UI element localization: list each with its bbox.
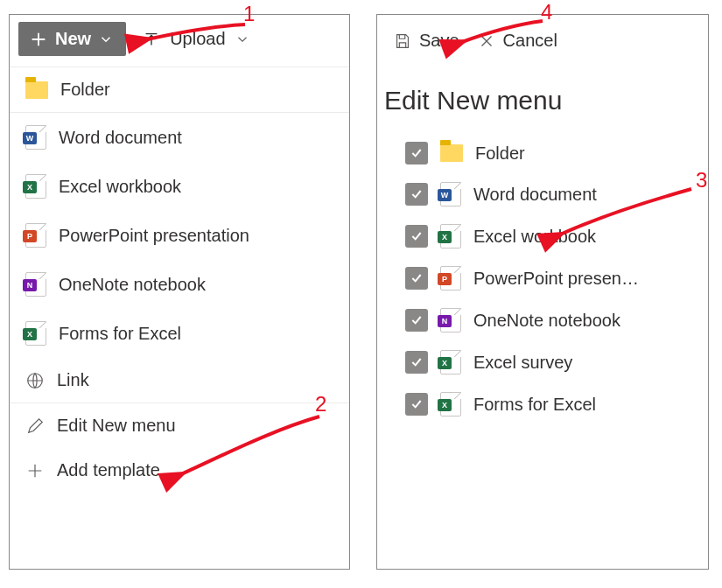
menu-item-folder[interactable]: Folder — [10, 67, 349, 112]
check-row-survey[interactable]: X Excel survey — [405, 341, 692, 383]
excel-icon: X — [440, 392, 461, 416]
pencil-icon — [25, 416, 45, 436]
check-row-forms[interactable]: X Forms for Excel — [405, 383, 692, 425]
checkbox[interactable] — [405, 393, 428, 416]
cancel-label: Cancel — [503, 31, 557, 51]
plus-icon — [25, 461, 45, 480]
menu-item-label: PowerPoint presentation — [59, 226, 249, 246]
close-icon — [477, 32, 496, 51]
upload-button[interactable]: Upload — [142, 29, 249, 49]
plus-icon — [29, 30, 48, 49]
right-toolbar: Save Cancel — [377, 15, 708, 60]
menu-item-word[interactable]: W Word document — [10, 112, 349, 162]
cancel-button[interactable]: Cancel — [477, 31, 557, 51]
excel-icon: X — [25, 321, 46, 346]
menu-item-edit-new[interactable]: Edit New menu — [10, 402, 349, 448]
check-label: Folder — [475, 144, 525, 164]
menu-item-label: Word document — [59, 128, 182, 148]
menu-item-powerpoint[interactable]: P PowerPoint presentation — [10, 211, 349, 260]
excel-icon: X — [440, 350, 461, 374]
check-row-onenote[interactable]: N OneNote notebook — [405, 299, 692, 341]
new-button[interactable]: New — [18, 22, 126, 56]
save-label: Save — [419, 31, 459, 51]
menu-item-label: Link — [57, 370, 89, 390]
check-label: Excel workbook — [473, 227, 596, 247]
folder-icon — [440, 144, 463, 162]
menu-item-forms[interactable]: X Forms for Excel — [10, 309, 349, 358]
new-button-label: New — [55, 29, 91, 49]
menu-item-excel[interactable]: X Excel workbook — [10, 162, 349, 211]
onenote-icon: N — [25, 272, 46, 297]
menu-item-label: Excel workbook — [59, 177, 181, 197]
upload-icon — [142, 30, 161, 49]
check-label: Word document — [473, 185, 597, 205]
save-button[interactable]: Save — [393, 31, 459, 51]
menu-item-link[interactable]: Link — [10, 358, 349, 402]
menu-item-onenote[interactable]: N OneNote notebook — [10, 260, 349, 309]
new-menu: Folder W Word document X Excel workbook … — [10, 66, 349, 493]
checkbox[interactable] — [405, 225, 428, 248]
chevron-down-icon — [98, 32, 114, 47]
powerpoint-icon: P — [440, 266, 461, 290]
panel-title: Edit New menu — [377, 60, 708, 133]
check-row-ppt[interactable]: P PowerPoint present... — [405, 257, 692, 299]
check-label: OneNote notebook — [473, 311, 620, 331]
menu-item-add-template[interactable]: Add template — [10, 448, 349, 493]
menu-item-label: OneNote notebook — [59, 275, 206, 295]
check-row-word[interactable]: W Word document — [405, 173, 692, 215]
checkbox[interactable] — [405, 183, 428, 206]
chevron-down-icon — [235, 32, 250, 47]
check-label: Forms for Excel — [473, 395, 596, 415]
checkbox[interactable] — [405, 267, 428, 290]
onenote-icon: N — [440, 308, 461, 332]
checkbox[interactable] — [405, 351, 428, 374]
folder-icon — [25, 81, 48, 99]
checkbox[interactable] — [405, 142, 428, 164]
excel-icon: X — [440, 224, 461, 248]
menu-item-label: Edit New menu — [57, 416, 176, 436]
excel-icon: X — [25, 174, 46, 199]
word-icon: W — [25, 125, 46, 150]
toolbar: New Upload — [10, 15, 349, 66]
menu-item-label: Add template — [57, 460, 160, 480]
right-panel: Save Cancel Edit New menu Folder W Word … — [376, 14, 709, 570]
save-icon — [393, 32, 412, 51]
globe-icon — [25, 371, 45, 390]
upload-label: Upload — [170, 29, 225, 49]
word-icon: W — [440, 182, 461, 206]
menu-item-label: Folder — [60, 80, 110, 100]
check-label: PowerPoint present... — [473, 269, 640, 289]
powerpoint-icon: P — [25, 223, 46, 248]
check-row-folder[interactable]: Folder — [405, 133, 692, 173]
edit-menu-list: Folder W Word document X Excel workbook … — [377, 133, 708, 425]
menu-item-label: Forms for Excel — [59, 324, 181, 344]
left-panel: New Upload Folder W Word document X Exce… — [9, 14, 350, 570]
checkbox[interactable] — [405, 309, 428, 332]
check-label: Excel survey — [473, 353, 572, 373]
check-row-excel[interactable]: X Excel workbook — [405, 215, 692, 257]
